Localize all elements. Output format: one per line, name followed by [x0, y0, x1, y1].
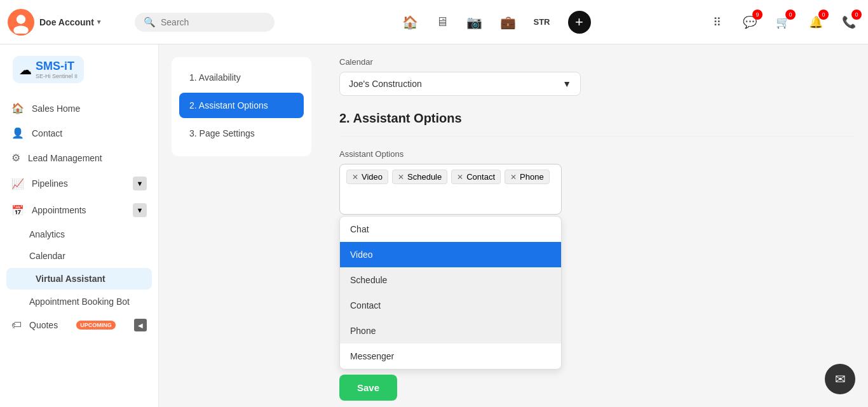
- main-content: 1. Availability 2. Assistant Options 3. …: [159, 44, 868, 407]
- pipelines-icon: 📈: [11, 178, 24, 190]
- tag-phone: ✕ Phone: [505, 170, 550, 184]
- virtual-assistant-label: Virtual Assistant: [36, 274, 105, 284]
- step-assistant-options[interactable]: 2. Assistant Options: [179, 93, 304, 118]
- appointments-icon: 📅: [11, 204, 24, 217]
- sidebar-item-lead-management[interactable]: ⚙ Lead Management: [0, 145, 158, 170]
- grid-icon-button[interactable]: ⠿: [705, 11, 728, 34]
- tag-x-video[interactable]: ✕: [352, 173, 358, 182]
- search-input[interactable]: [161, 17, 262, 27]
- appointments-expand-button[interactable]: ▼: [133, 203, 147, 217]
- step-availability-label: 1. Availability: [189, 72, 241, 83]
- dropdown-item-phone[interactable]: Phone: [340, 318, 561, 344]
- sidebar-item-label: Sales Home: [32, 103, 80, 114]
- add-button[interactable]: +: [568, 11, 591, 34]
- str-label[interactable]: STR: [534, 17, 550, 27]
- tag-video: ✕ Video: [346, 170, 388, 184]
- section-title: 2. Assistant Options: [339, 111, 855, 137]
- logo-subtitle: SE-Hi Sentinel II: [36, 73, 78, 79]
- analytics-label: Analytics: [29, 229, 65, 239]
- dropdown-messenger-label: Messenger: [350, 351, 394, 361]
- sidebar-item-appointment-booking-bot[interactable]: Appointment Booking Bot: [0, 291, 158, 312]
- search-icon: 🔍: [144, 17, 156, 28]
- dropdown-item-schedule[interactable]: Schedule: [340, 267, 561, 293]
- pipelines-expand-button[interactable]: ▼: [133, 177, 147, 190]
- dropdown-item-video[interactable]: Video: [340, 242, 561, 267]
- sidebar-item-pipelines[interactable]: 📈 Pipelines ▼: [0, 170, 158, 197]
- content-area: 1. Availability 2. Assistant Options 3. …: [172, 57, 855, 401]
- sidebar-item-analytics[interactable]: Analytics: [0, 224, 158, 245]
- sidebar-item-virtual-assistant[interactable]: Virtual Assistant: [6, 268, 152, 290]
- tag-schedule-label: Schedule: [407, 172, 442, 182]
- svg-point-1: [17, 15, 25, 23]
- tag-schedule: ✕ Schedule: [392, 170, 447, 184]
- navbar-right-icons: ⠿ 💬 9 🛒 0 🔔 0 📞 0: [705, 11, 860, 34]
- navbar: Doe Account ▼ 🔍 🏠 🖥 📷 💼 STR + ⠿ 💬 9 🛒 0 …: [0, 0, 868, 44]
- dropdown-contact-label: Contact: [350, 300, 381, 310]
- dropdown-schedule-label: Schedule: [350, 275, 387, 285]
- step-availability[interactable]: 1. Availability: [179, 65, 304, 90]
- sidebar-item-quotes[interactable]: 🏷 Quotes UPCOMING ◀: [0, 312, 158, 338]
- bell-icon-button[interactable]: 🔔 0: [804, 11, 827, 34]
- bell-badge: 0: [818, 10, 829, 20]
- logo-text: SMS-iT: [36, 60, 74, 72]
- calendar-label: Calendar: [29, 251, 65, 261]
- navbar-left: Doe Account ▼: [8, 9, 128, 36]
- sidebar-item-appointments[interactable]: 📅 Appointments ▼: [0, 197, 158, 224]
- tag-contact-label: Contact: [466, 172, 495, 182]
- camera-nav-icon[interactable]: 📷: [466, 15, 482, 30]
- step-assistant-options-label: 2. Assistant Options: [189, 100, 268, 110]
- dropdown-phone-label: Phone: [350, 326, 376, 336]
- sidebar: ☁ SMS-iT SE-Hi Sentinel II 🏠 Sales Home …: [0, 44, 159, 407]
- tags-input-wrapper[interactable]: ✕ Video ✕ Schedule ✕ Contact ✕: [339, 164, 562, 215]
- search-box[interactable]: 🔍: [135, 13, 275, 32]
- calendar-field-label: Calendar: [339, 57, 855, 67]
- logo-box: ☁ SMS-iT SE-Hi Sentinel II: [13, 56, 84, 83]
- dropdown-item-messenger[interactable]: Messenger: [340, 344, 561, 369]
- contact-icon: 👤: [11, 127, 24, 139]
- account-name: Doe Account: [39, 17, 94, 27]
- save-button[interactable]: Save: [339, 375, 397, 401]
- sidebar-item-contact[interactable]: 👤 Contact: [0, 121, 158, 145]
- upcoming-badge: UPCOMING: [76, 321, 116, 330]
- cart-badge: 0: [785, 10, 796, 20]
- message-badge: 9: [752, 10, 763, 20]
- monitor-nav-icon[interactable]: 🖥: [436, 15, 449, 29]
- account-info[interactable]: Doe Account ▼: [39, 17, 102, 27]
- sidebar-item-label: Pipelines: [32, 178, 68, 189]
- dropdown-item-chat[interactable]: Chat: [340, 217, 561, 242]
- briefcase-nav-icon[interactable]: 💼: [500, 15, 516, 30]
- tag-x-schedule[interactable]: ✕: [398, 173, 404, 182]
- steps-panel: 1. Availability 2. Assistant Options 3. …: [172, 57, 311, 156]
- tag-contact: ✕ Contact: [451, 170, 501, 184]
- message-icon-button[interactable]: 💬 9: [738, 11, 761, 34]
- sidebar-item-calendar[interactable]: Calendar: [0, 245, 158, 267]
- calendar-chevron-icon: ▼: [562, 79, 571, 89]
- chat-fab-icon: ✉: [835, 371, 846, 387]
- phone-badge: 0: [851, 10, 862, 20]
- assistant-options-label: Assistant Options: [339, 149, 855, 159]
- phone-icon-button[interactable]: 📞 0: [837, 11, 860, 34]
- nav-center-icons: 🏠 🖥 📷 💼 STR +: [294, 11, 699, 34]
- tag-x-phone[interactable]: ✕: [510, 173, 517, 182]
- dropdown-list: Chat Video Schedule Contact Phone: [339, 216, 562, 370]
- tag-text-input[interactable]: [346, 188, 384, 197]
- home-nav-icon[interactable]: 🏠: [402, 15, 418, 30]
- sidebar-nav: 🏠 Sales Home 👤 Contact ⚙ Lead Management…: [0, 91, 158, 343]
- tag-phone-label: Phone: [520, 172, 544, 182]
- quotes-icon: 🏷: [11, 319, 22, 331]
- tag-video-label: Video: [362, 172, 383, 182]
- calendar-dropdown[interactable]: Joe's Construction ▼: [339, 72, 581, 96]
- cart-icon-button[interactable]: 🛒 0: [771, 11, 794, 34]
- collapse-toggle[interactable]: ◀: [134, 319, 147, 331]
- sidebar-item-label: Lead Management: [28, 153, 102, 163]
- sidebar-item-sales-home[interactable]: 🏠 Sales Home: [0, 96, 158, 121]
- appointment-booking-bot-label: Appointment Booking Bot: [29, 297, 130, 307]
- dropdown-chat-label: Chat: [350, 224, 369, 234]
- sidebar-logo: ☁ SMS-iT SE-Hi Sentinel II: [0, 44, 158, 91]
- calendar-value: Joe's Construction: [349, 79, 422, 89]
- tags-row: ✕ Video ✕ Schedule ✕ Contact ✕: [346, 170, 555, 197]
- chat-fab-button[interactable]: ✉: [825, 364, 855, 394]
- tag-x-contact[interactable]: ✕: [457, 173, 463, 182]
- dropdown-item-contact[interactable]: Contact: [340, 293, 561, 318]
- step-page-settings[interactable]: 3. Page Settings: [179, 121, 304, 146]
